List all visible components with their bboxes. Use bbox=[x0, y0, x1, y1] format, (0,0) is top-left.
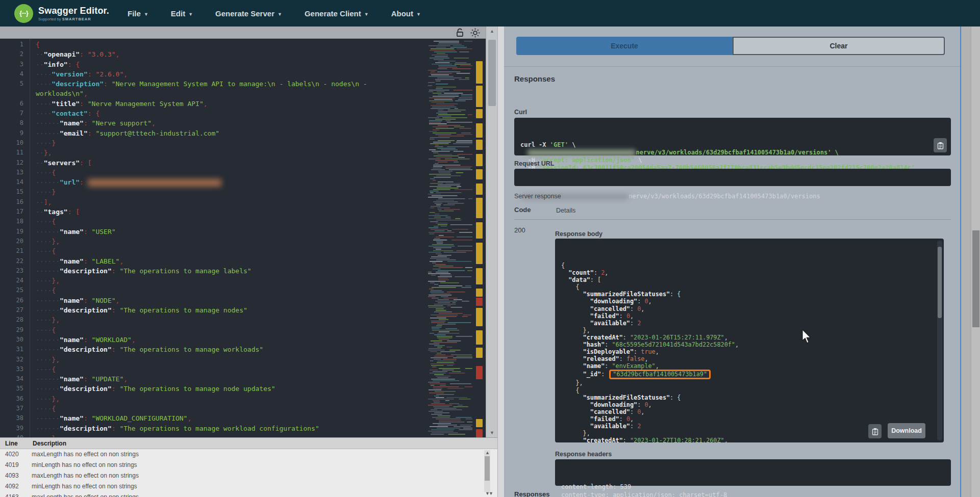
execute-button[interactable]: Execute bbox=[516, 37, 733, 55]
copy-icon[interactable] bbox=[934, 138, 947, 152]
warning-mark bbox=[476, 330, 483, 345]
warning-mark bbox=[476, 61, 483, 84]
download-button[interactable]: Download bbox=[888, 423, 925, 438]
line-number: 39 bbox=[0, 425, 30, 434]
unlock-icon[interactable] bbox=[456, 28, 464, 39]
line-number: 25 bbox=[0, 286, 30, 296]
responses-footer-title: Responses bbox=[514, 490, 549, 497]
problems-scrollbar-thumb[interactable] bbox=[485, 456, 490, 481]
line-number: 23 bbox=[0, 267, 30, 277]
curl-line: curl -X 'GET' \ bbox=[520, 141, 945, 149]
warning-mark bbox=[476, 184, 483, 195]
line-number: 6 bbox=[0, 100, 30, 110]
scroll-down-icon[interactable]: ▼ bbox=[490, 430, 494, 435]
problem-row[interactable]: 4093maxLength has no effect on non strin… bbox=[0, 470, 497, 481]
warning-mark bbox=[476, 289, 483, 297]
warning-mark bbox=[476, 419, 483, 427]
line-number: 1 bbox=[0, 41, 30, 50]
editor-scrollbar[interactable]: ▲ ▼ bbox=[486, 27, 497, 437]
problem-row[interactable]: 4019minLength has no effect on non strin… bbox=[0, 460, 497, 470]
redacted-text bbox=[88, 179, 221, 187]
menu-generate-client[interactable]: Generate Client▼ bbox=[305, 9, 369, 18]
line-number: 27 bbox=[0, 306, 30, 316]
request-url-block: nerve/v3/workloads/63d29bcfbaf141005473b… bbox=[514, 169, 951, 186]
section-divider bbox=[504, 66, 960, 67]
menu-file[interactable]: File▼ bbox=[128, 9, 148, 18]
warning-mark bbox=[476, 169, 483, 179]
code-line: ······"description": "The operations to … bbox=[36, 267, 423, 277]
problems-scroll-up-icon[interactable]: ▲ bbox=[485, 450, 490, 455]
code-line: ····{ bbox=[36, 405, 423, 414]
code-editor[interactable]: 1234567891011121314151617181920212223242… bbox=[0, 39, 486, 437]
scroll-up-icon[interactable]: ▲ bbox=[490, 29, 494, 34]
line-number: 5 bbox=[0, 80, 30, 90]
line-number: 22 bbox=[0, 257, 30, 267]
warning-mark bbox=[476, 268, 483, 284]
copy-icon[interactable] bbox=[868, 424, 882, 438]
menu-generate-server[interactable]: Generate Server▼ bbox=[215, 9, 282, 18]
response-body-line: "createdAt": "2023-01-27T10:28:21.260Z", bbox=[561, 437, 938, 442]
details-column-header: Details bbox=[556, 207, 575, 214]
line-number: 31 bbox=[0, 346, 30, 355]
page-margin bbox=[962, 27, 971, 497]
code-line: ······"name": "WORKLOAD", bbox=[36, 336, 423, 346]
response-headers-label: Response headers bbox=[555, 451, 612, 458]
code-line: ····} bbox=[36, 139, 423, 149]
swagger-ui-pane: Execute Clear Responses Curl curl -X 'GE… bbox=[504, 27, 961, 497]
editor-code-area[interactable]: {··"openapi": "3.0.3",··"info": {····"ve… bbox=[36, 41, 423, 437]
line-number: 16 bbox=[0, 198, 30, 208]
line-number: 33 bbox=[0, 365, 30, 375]
top-navbar: {···} Swagger Editor. Supported by SMART… bbox=[0, 0, 980, 27]
line-number: 15 bbox=[0, 188, 30, 198]
response-body-line: "count": 2, bbox=[561, 269, 938, 276]
code-line: ····"title": "Nerve Management System AP… bbox=[36, 100, 423, 110]
menu-about[interactable]: About▼ bbox=[391, 9, 421, 18]
response-body-line: "summarizedFileStatuses": { bbox=[561, 394, 938, 401]
line-number: 11 bbox=[0, 149, 30, 159]
swagger-logo[interactable]: {···} Swagger Editor. Supported by SMART… bbox=[14, 4, 109, 23]
menu-edit[interactable]: Edit▼ bbox=[171, 9, 193, 18]
problem-row[interactable]: 4092minLength has no effect on non strin… bbox=[0, 481, 497, 492]
minimap[interactable] bbox=[426, 39, 474, 437]
clear-button[interactable]: Clear bbox=[733, 37, 945, 55]
code-line: ······"description": "The operations to … bbox=[36, 346, 423, 355]
response-body-line: "cancelled": 0, bbox=[561, 408, 938, 415]
response-body-line: "data": [ bbox=[561, 276, 938, 283]
pane-divider[interactable] bbox=[497, 27, 504, 497]
editor-bottom-scroll-down-icon[interactable]: ▼ bbox=[489, 491, 497, 496]
line-number: 35 bbox=[0, 385, 30, 395]
response-body-line: "isDeployable": true, bbox=[561, 348, 938, 355]
response-body-line: }, bbox=[561, 327, 938, 334]
code-line: ····{ bbox=[36, 218, 423, 227]
code-line: ··], bbox=[36, 198, 423, 208]
responses-title: Responses bbox=[514, 74, 555, 83]
code-line: ····}, bbox=[36, 356, 423, 365]
warning-mark bbox=[476, 86, 483, 107]
code-line: ······"name": "NODE", bbox=[36, 297, 423, 306]
response-body-scrollbar[interactable] bbox=[937, 241, 942, 440]
problem-row[interactable]: 4163maxLength has no effect on non strin… bbox=[0, 492, 497, 497]
editor-scrollbar-thumb[interactable] bbox=[488, 40, 496, 106]
response-body-line: "createdAt": "2023-01-26T15:27:11.979Z", bbox=[561, 334, 938, 341]
line-number: 20 bbox=[0, 238, 30, 247]
error-mark bbox=[476, 298, 483, 306]
problem-row[interactable]: 4020maxLength has no effect on non strin… bbox=[0, 449, 497, 460]
page-scrollbar[interactable] bbox=[971, 27, 980, 497]
response-body-scrollbar-thumb[interactable] bbox=[938, 247, 942, 318]
line-number: 28 bbox=[0, 316, 30, 326]
problems-scrollbar[interactable] bbox=[484, 450, 490, 492]
warning-mark bbox=[476, 154, 483, 166]
brightness-icon[interactable] bbox=[470, 28, 480, 40]
response-body-line: "name": "envExample", bbox=[561, 362, 938, 370]
code-line: ····"contact": { bbox=[36, 110, 423, 119]
line-number: 37 bbox=[0, 405, 30, 414]
response-body-line: "hash": "68c5595e5d721041d543a7bd22c5820… bbox=[561, 341, 938, 348]
code-line: ······"name": "USER" bbox=[36, 228, 423, 238]
line-number: 4 bbox=[0, 70, 30, 80]
page-scrollbar-thumb[interactable] bbox=[972, 230, 979, 327]
code-line: { bbox=[36, 41, 423, 50]
code-line: ··}, bbox=[36, 149, 423, 159]
status-code: 200 bbox=[514, 226, 525, 234]
code-line: ····"description": "Nerve Management Sys… bbox=[36, 80, 423, 90]
code-line: ··"openapi": "3.0.3", bbox=[36, 50, 423, 60]
